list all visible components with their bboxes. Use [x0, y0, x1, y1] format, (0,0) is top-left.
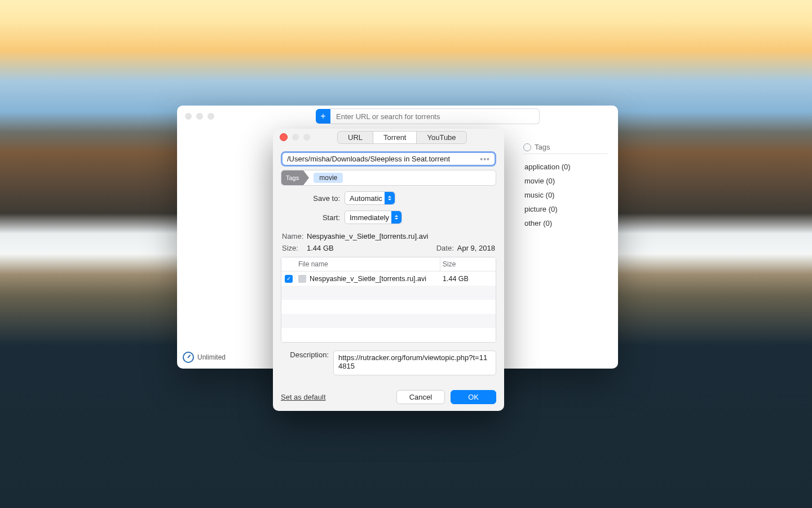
- tags-header-label: Tags: [535, 143, 550, 151]
- sheet-zoom-icon: [303, 134, 310, 141]
- sheet-footer: Set as default Cancel OK: [273, 383, 504, 411]
- torrent-path-value: /Users/misha/Downloads/Sleepless in Seat…: [287, 155, 450, 163]
- torrent-meta: Name: Nespyashie_v_Sietle_[torrents.ru].…: [281, 232, 496, 252]
- date-label: Date:: [429, 244, 454, 252]
- table-row: [281, 328, 496, 342]
- tags-input[interactable]: Tags movie: [281, 170, 496, 186]
- tag-item[interactable]: picture (0): [523, 202, 608, 216]
- start-select[interactable]: Immediately: [345, 211, 402, 224]
- tags-sidebar: Tags application (0) movie (0) music (0)…: [523, 143, 608, 230]
- save-to-label: Save to:: [281, 194, 340, 203]
- description-field[interactable]: https://rutracker.org/forum/viewtopic.ph…: [333, 351, 496, 375]
- status-label: Unlimited: [197, 353, 226, 361]
- search-wrap: +: [316, 108, 540, 124]
- torrent-path-input[interactable]: /Users/misha/Downloads/Sleepless in Seat…: [281, 151, 496, 167]
- table-row: [281, 286, 496, 300]
- start-label: Start:: [281, 213, 340, 222]
- video-file-icon: [298, 275, 306, 283]
- file-list-header: File name Size: [281, 257, 496, 271]
- status-bar: Unlimited: [183, 352, 226, 363]
- main-titlebar: +: [177, 106, 618, 127]
- browse-button[interactable]: •••: [480, 155, 490, 164]
- close-icon[interactable]: [185, 113, 192, 120]
- cancel-button[interactable]: Cancel: [396, 390, 445, 404]
- tag-chip[interactable]: movie: [314, 173, 343, 183]
- row-size: 1.44 GB: [440, 275, 496, 283]
- tab-torrent[interactable]: Torrent: [373, 132, 416, 143]
- description-value: https://rutracker.org/forum/viewtopic.ph…: [338, 353, 487, 370]
- description-label: Description:: [281, 351, 329, 359]
- chevron-updown-icon: [385, 192, 395, 204]
- row-checkbox[interactable]: ✓: [285, 275, 293, 283]
- plus-icon: +: [320, 112, 325, 121]
- tab-youtube[interactable]: YouTube: [416, 132, 466, 143]
- tags-badge: Tags: [281, 170, 303, 185]
- table-row: [281, 314, 496, 328]
- tag-item[interactable]: other (0): [523, 216, 608, 230]
- col-size[interactable]: Size: [440, 257, 496, 271]
- table-row[interactable]: ✓ Nespyashie_v_Sietle_[torrents.ru].avi …: [281, 271, 496, 286]
- add-button[interactable]: +: [316, 109, 330, 124]
- minimize-icon[interactable]: [196, 113, 203, 120]
- tags-list: application (0) movie (0) music (0) pict…: [523, 160, 608, 230]
- sheet-titlebar: URL Torrent YouTube: [273, 129, 504, 146]
- desktop-wallpaper: + Tags application (0) movie (0) music (…: [0, 0, 812, 508]
- save-to-select[interactable]: Automatic: [345, 191, 395, 205]
- file-list: File name Size ✓ Nespyashie_v_Sietle_[to…: [281, 257, 496, 343]
- save-to-value: Automatic: [350, 194, 382, 203]
- size-label: Size:: [282, 244, 307, 252]
- start-value: Immediately: [350, 213, 389, 222]
- ok-button[interactable]: OK: [451, 390, 496, 404]
- size-value: 1.44 GB: [307, 244, 386, 252]
- radio-icon: [523, 143, 531, 151]
- sheet-body: /Users/misha/Downloads/Sleepless in Seat…: [273, 146, 504, 383]
- name-value: Nespyashie_v_Sietle_[torrents.ru].avi: [307, 232, 495, 240]
- chevron-updown-icon: [391, 211, 401, 224]
- source-segmented-control: URL Torrent YouTube: [337, 131, 467, 144]
- sheet-minimize-icon: [292, 134, 299, 141]
- set-default-link[interactable]: Set as default: [281, 393, 326, 401]
- tab-url[interactable]: URL: [338, 132, 373, 143]
- sheet-close-icon[interactable]: [280, 133, 288, 141]
- tags-header[interactable]: Tags: [523, 143, 608, 154]
- search-input[interactable]: [330, 108, 540, 124]
- col-filename[interactable]: File name: [296, 257, 440, 271]
- name-label: Name:: [282, 232, 307, 240]
- tag-item[interactable]: music (0): [523, 188, 608, 202]
- add-torrent-sheet: URL Torrent YouTube /Users/misha/Downloa…: [273, 129, 504, 411]
- gauge-icon: [183, 352, 194, 363]
- row-filename: Nespyashie_v_Sietle_[torrents.ru].avi: [310, 275, 426, 283]
- tag-item[interactable]: application (0): [523, 160, 608, 174]
- tag-item[interactable]: movie (0): [523, 174, 608, 188]
- traffic-lights: [185, 113, 214, 120]
- date-value: Apr 9, 2018: [457, 244, 495, 252]
- table-row: [281, 300, 496, 314]
- zoom-icon[interactable]: [208, 113, 214, 120]
